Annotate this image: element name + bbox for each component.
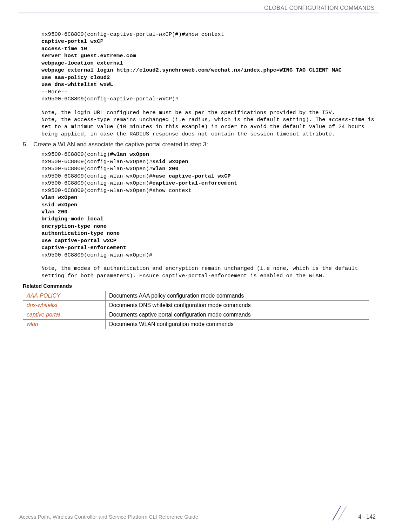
code-line: nx9500-6C8809(config-wlan-wxOpen)#show c… <box>41 187 192 194</box>
code-line-bold: webpage external login http://cloud2.syn… <box>41 67 342 73</box>
table-row: captive portal Documents captive portal … <box>23 310 369 320</box>
code-line-bold: webpage-location external <box>41 60 123 66</box>
code-line: nx9500-6C8809(config-captive-portal-wxCP… <box>41 96 179 102</box>
note-italic: access-time <box>329 117 364 123</box>
related-command-link[interactable]: wlan <box>23 320 106 329</box>
code-line-bold: authentication-type none <box>41 230 120 237</box>
related-command-desc: Documents DNS whitelist configuration mo… <box>106 301 369 310</box>
step-number: 5 <box>23 141 30 148</box>
related-command-link[interactable]: dns-whitelist <box>23 301 106 310</box>
note-text: Note, the access-type remains unchanged … <box>41 117 329 123</box>
note-block-2: Note, the modes of authentication and en… <box>41 265 376 279</box>
code-line: nx9500-6C8809(config-wlan-wxOpen)# <box>41 252 152 258</box>
related-command-link[interactable]: AAA-POLICY <box>23 291 106 301</box>
code-line-bold: ssid wxOpen <box>152 159 188 165</box>
code-line-bold: use captive-portal wxCP <box>41 238 116 244</box>
code-line-bold: encryption-type none <box>41 223 107 230</box>
table-row: wlan Documents WLAN configuration mode c… <box>23 320 369 329</box>
page-number: 4 - 142 <box>358 514 376 520</box>
code-line: nx9500-6C8809(config-wlan-wxOpen)# <box>41 159 152 165</box>
code-line-bold: captive-portal-enforcement <box>41 245 126 251</box>
related-command-link[interactable]: captive portal <box>23 310 106 320</box>
related-command-desc: Documents WLAN configuration mode comman… <box>106 320 369 329</box>
code-line: nx9500-6C8809(config-captive-portal-wxCP… <box>41 31 224 38</box>
page-header: GLOBAL CONFIGURATION COMMANDS <box>0 0 395 13</box>
step-text: Create a WLAN and associate the captive … <box>33 141 208 148</box>
table-row: dns-whitelist Documents DNS whitelist co… <box>23 301 369 310</box>
code-line-bold: ssid wxOpen <box>41 202 77 208</box>
note-text: Note, the login URL configured here must… <box>41 109 335 116</box>
note-block-1: Note, the login URL configured here must… <box>41 109 376 138</box>
page-content: nx9500-6C8809(config-captive-portal-wxCP… <box>0 13 395 329</box>
code-line-bold: vlan 200 <box>152 166 178 172</box>
code-line-bold: access-time 10 <box>41 46 87 52</box>
related-commands-table: AAA-POLICY Documents AAA policy configur… <box>23 291 369 329</box>
code-line-bold: captive-portal wxC <box>41 38 100 45</box>
footer-slash-icon <box>328 505 349 522</box>
code-line-bold: captive-portal-enforcement <box>152 180 237 186</box>
code-line: nx9500-6C8809(config)# <box>41 151 113 158</box>
page-footer: Access Point, Wireless Controller and Se… <box>0 514 395 520</box>
code-line: nx9500-6C8809(config-wlan-wxOpen)# <box>41 180 152 186</box>
code-line: P <box>100 38 103 45</box>
related-commands-heading: Related Commands <box>23 283 376 289</box>
step-5: 5 Create a WLAN and associate the captiv… <box>23 141 376 148</box>
code-line-bold: vlan 200 <box>41 209 67 215</box>
code-line-bold: use captive-portal wxCP <box>156 173 231 179</box>
code-line: nx9500-6C8809(config-wlan-wxOpen)# <box>41 166 152 172</box>
table-row: AAA-POLICY Documents AAA policy configur… <box>23 291 369 301</box>
code-line-bold: bridging-mode local <box>41 216 103 222</box>
header-title: GLOBAL CONFIGURATION COMMANDS <box>264 5 375 11</box>
code-line-bold: use aaa-policy cloud2 <box>41 74 110 81</box>
related-command-desc: Documents AAA policy configuration mode … <box>106 291 369 301</box>
code-line-bold: wlan wxOpen <box>41 194 77 201</box>
note-text: Note, the modes of authentication and en… <box>41 265 361 279</box>
related-command-desc: Documents captive portal configuration m… <box>106 310 369 320</box>
code-line: nx9500-6C8809(config-wlan-wxOpen)## <box>41 173 156 179</box>
code-block-1: nx9500-6C8809(config-captive-portal-wxCP… <box>41 31 376 103</box>
code-block-2: nx9500-6C8809(config)#wlan wxOpen nx9500… <box>41 151 376 259</box>
code-line-bold: use dns-whitelist wxWL <box>41 81 113 88</box>
code-line-bold: wlan wxOpen <box>113 151 149 158</box>
code-line: --More-- <box>41 89 67 95</box>
footer-text: Access Point, Wireless Controller and Se… <box>19 514 198 520</box>
code-line-bold: server host guest.extreme.com <box>41 53 136 59</box>
